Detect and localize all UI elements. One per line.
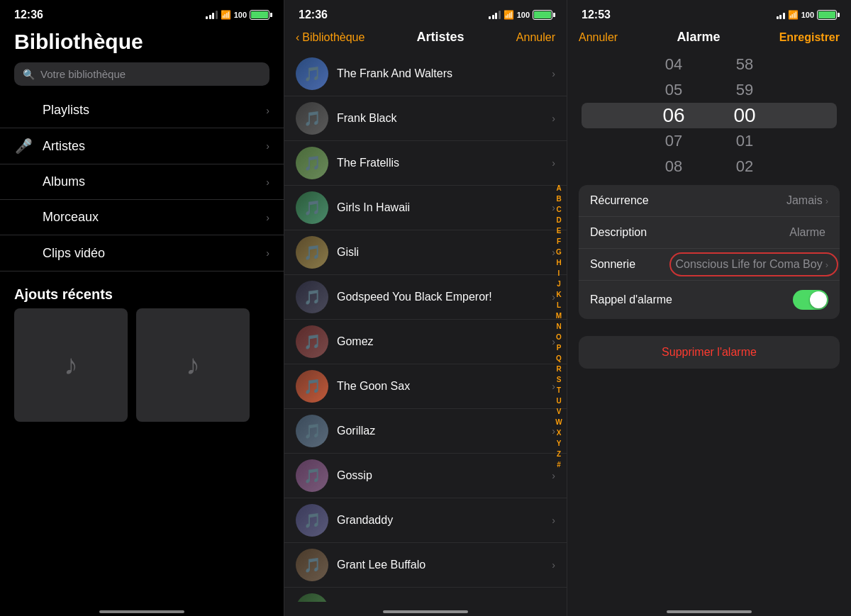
alpha-z[interactable]: Z xyxy=(554,449,564,459)
alpha-p[interactable]: P xyxy=(554,343,564,353)
alpha-o[interactable]: O xyxy=(554,332,564,342)
artist-row-girls-hawaii[interactable]: 🎵 Girls In Hawaii › xyxy=(284,186,567,230)
alphabet-index[interactable]: A B C D E F G H I J K L M N O P Q R S T … xyxy=(554,52,564,602)
artist-name: Frank Black xyxy=(337,112,543,125)
album-cover-2[interactable]: ♪ xyxy=(136,308,250,422)
alpha-l[interactable]: L xyxy=(554,301,564,310)
rappel-label: Rappel d'alarme xyxy=(590,293,793,306)
hour-item-08[interactable]: 08 xyxy=(638,154,709,179)
rappel-row[interactable]: Rappel d'alarme xyxy=(579,281,840,319)
alpha-s[interactable]: S xyxy=(554,375,564,385)
minute-item-00[interactable]: 00 xyxy=(709,103,780,128)
hour-item-07[interactable]: 07 xyxy=(638,128,709,154)
minute-item-59[interactable]: 59 xyxy=(709,77,780,103)
artist-row-grandaddy[interactable]: 🎵 Grandaddy › xyxy=(284,498,567,543)
artist-row-goon-sax[interactable]: 🎵 The Goon Sax › xyxy=(284,364,567,409)
artist-row-fratellis[interactable]: 🎵 The Fratellis › xyxy=(284,141,567,186)
alpha-d[interactable]: D xyxy=(554,215,564,225)
avatar-placeholder: 🎵 xyxy=(304,199,321,216)
status-bar-3: 12:53 📶 100 xyxy=(567,0,851,26)
avatar-placeholder: 🎵 xyxy=(304,155,321,172)
alpha-f[interactable]: F xyxy=(554,237,564,247)
search-input[interactable]: Votre bibliothèque xyxy=(40,68,126,80)
alpha-a[interactable]: A xyxy=(554,184,564,194)
save-button[interactable]: Enregistrer xyxy=(779,31,840,44)
alpha-v[interactable]: V xyxy=(554,407,564,417)
alpha-w[interactable]: W xyxy=(554,418,564,427)
status-icons-1: 📶 100 xyxy=(206,10,269,20)
minute-item-58[interactable]: 58 xyxy=(709,52,780,77)
artist-avatar: 🎵 xyxy=(296,325,328,358)
alpha-m[interactable]: M xyxy=(554,311,564,321)
status-bar-1: 12:36 📶 100 xyxy=(0,0,284,26)
chevron-right-icon: › xyxy=(825,196,828,206)
battery-fill-3 xyxy=(818,11,835,18)
alpha-h[interactable]: H xyxy=(554,258,564,268)
status-bar-2: 12:36 📶 100 xyxy=(284,0,567,26)
hour-item-04[interactable]: 04 xyxy=(638,52,709,77)
alpha-i[interactable]: I xyxy=(554,269,564,279)
signal-icon-3 xyxy=(777,11,785,19)
description-row[interactable]: Description Alarme xyxy=(579,217,840,249)
artist-row-godspeed[interactable]: 🎵 Godspeed You Black Emperor! › xyxy=(284,275,567,320)
cancel-button-2[interactable]: Annuler xyxy=(516,31,555,44)
alpha-r[interactable]: R xyxy=(554,364,564,374)
alpha-k[interactable]: K xyxy=(554,290,564,300)
page-title-2: Artistes xyxy=(417,30,465,45)
battery-fill-2 xyxy=(534,11,551,18)
wifi-icon-1: 📶 xyxy=(221,10,231,20)
search-bar[interactable]: 🔍 Votre bibliothèque xyxy=(14,62,269,86)
time-picker[interactable]: 03 04 05 06 07 08 09 57 58 59 00 01 02 0… xyxy=(567,52,851,179)
sidebar-item-playlists[interactable]: ≡ Playlists › xyxy=(0,93,284,128)
artist-name: Gisli xyxy=(337,246,543,259)
artist-avatar: 🎵 xyxy=(296,57,328,90)
sidebar-item-clips[interactable]: ▶ Clips vidéo › xyxy=(0,235,284,271)
minute-picker-col[interactable]: 57 58 59 00 01 02 03 xyxy=(709,52,780,179)
cancel-button-3[interactable]: Annuler xyxy=(579,31,618,44)
sidebar-item-artistes[interactable]: 🎤 Artistes › xyxy=(0,128,284,164)
sidebar-item-albums[interactable]: 🗂 Albums › xyxy=(0,164,284,200)
chevron-right-icon: › xyxy=(266,140,269,152)
delete-alarm-button[interactable]: Supprimer l'alarme xyxy=(579,336,840,369)
alpha-hash[interactable]: # xyxy=(554,460,564,470)
recurrence-row[interactable]: Récurrence Jamais › xyxy=(579,185,840,217)
alpha-q[interactable]: Q xyxy=(554,354,564,364)
alpha-t[interactable]: T xyxy=(554,386,564,396)
alpha-x[interactable]: X xyxy=(554,428,564,438)
battery-text-3: 100 xyxy=(801,11,814,19)
artist-row-frank-walters[interactable]: 🎵 The Frank And Walters › xyxy=(284,52,567,96)
alpha-y[interactable]: Y xyxy=(554,439,564,449)
home-bar-1 xyxy=(99,610,184,613)
rappel-toggle[interactable] xyxy=(793,290,828,310)
alpha-j[interactable]: J xyxy=(554,279,564,289)
sonnerie-row[interactable]: Sonnerie Conscious Life for Coma Boy › xyxy=(579,249,840,281)
artist-row-gomez[interactable]: 🎵 Gomez › xyxy=(284,320,567,364)
artist-row-green-day[interactable]: 🎵 Green Day › xyxy=(284,588,567,602)
artist-row-gisli[interactable]: 🎵 Gisli › xyxy=(284,230,567,275)
artist-row-gossip[interactable]: 🎵 Gossip › xyxy=(284,454,567,498)
sonnerie-label: Sonnerie xyxy=(590,258,675,271)
alpha-c[interactable]: C xyxy=(554,205,564,215)
hour-item-05[interactable]: 05 xyxy=(638,77,709,103)
alpha-e[interactable]: E xyxy=(554,226,564,236)
minute-item-01[interactable]: 01 xyxy=(709,128,780,154)
signal-icon-1 xyxy=(206,11,218,19)
alpha-b[interactable]: B xyxy=(554,194,564,204)
artist-row-gorillaz[interactable]: 🎵 Gorillaz › xyxy=(284,409,567,454)
battery-text-2: 100 xyxy=(517,11,530,19)
album-cover-1[interactable]: ♪ xyxy=(14,308,128,422)
alpha-g[interactable]: G xyxy=(554,247,564,257)
hour-picker-col[interactable]: 03 04 05 06 07 08 09 xyxy=(638,52,709,179)
back-button[interactable]: ‹ Bibliothèque xyxy=(296,31,365,44)
sidebar-item-morceaux[interactable]: ♪ Morceaux › xyxy=(0,200,284,235)
alpha-n[interactable]: N xyxy=(554,322,564,332)
search-icon: 🔍 xyxy=(23,69,35,80)
artist-name: Grandaddy xyxy=(337,514,543,527)
artist-row-frank-black[interactable]: 🎵 Frank Black › xyxy=(284,96,567,141)
artist-row-grant-lee[interactable]: 🎵 Grant Lee Buffalo › xyxy=(284,543,567,588)
minute-item-02[interactable]: 02 xyxy=(709,154,780,179)
alpha-u[interactable]: U xyxy=(554,396,564,406)
artist-name: The Fratellis xyxy=(337,157,543,169)
home-bar-3 xyxy=(667,610,752,613)
hour-item-06[interactable]: 06 xyxy=(638,103,709,128)
